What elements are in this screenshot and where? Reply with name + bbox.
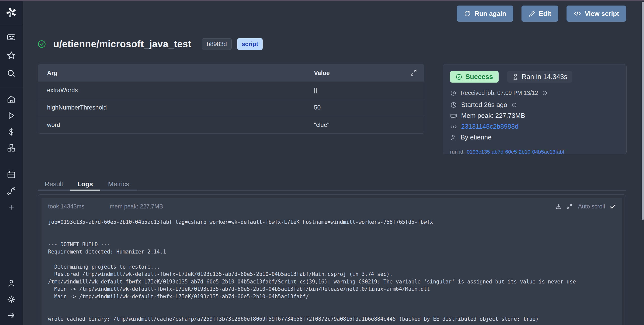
duration-label: Ran in 14.343s [522, 73, 568, 81]
script-hash-link[interactable]: 23131148c2b8983d [461, 123, 518, 130]
arg-name: highNumberThreshold [38, 104, 314, 111]
favorites-icon[interactable] [0, 46, 23, 64]
top-border [0, 0, 644, 1]
resources-icon[interactable] [0, 140, 23, 156]
header: u/etienne/microsoft_java_test b8983d scr… [37, 38, 263, 50]
table-row: highNumberThreshold 50 [38, 99, 424, 116]
check-circle-icon [456, 74, 462, 80]
windmill-logo-icon [6, 7, 17, 18]
log-duration: took 14343ms [48, 203, 110, 210]
table-row: word "clue" [38, 116, 424, 133]
sidebar-secondary-group [0, 167, 23, 215]
run-id-row: run id:0193c135-ab7d-60e5-2b10-04b5ac13f… [450, 149, 619, 155]
log-panel: took 14343ms mem peak: 227.7MB Auto scro… [42, 198, 622, 325]
log-header: took 14343ms mem peak: 227.7MB Auto scro… [48, 203, 616, 210]
arg-name: word [38, 121, 314, 128]
person-icon [450, 134, 457, 141]
workspace-panel-icon[interactable] [0, 28, 23, 46]
received-label: Received job: 07:09 PM 13/12 [461, 90, 538, 96]
code-icon [574, 10, 581, 17]
author-row: By etienne [450, 133, 619, 141]
search-icon[interactable] [0, 64, 23, 83]
col-header-arg: Arg [38, 69, 314, 77]
schedules-icon[interactable] [0, 167, 23, 183]
job-info-panel: Success Ran in 14.343s Received job: 07:… [443, 64, 627, 154]
clock-icon [450, 101, 457, 109]
page-title: u/etienne/microsoft_java_test [53, 39, 191, 50]
started-row: Started 26s ago [450, 101, 619, 109]
add-icon[interactable] [0, 199, 23, 215]
status-label: Success [465, 73, 493, 81]
sidebar-top-group [0, 25, 23, 88]
sidebar [0, 0, 23, 325]
runs-icon[interactable] [0, 107, 23, 124]
result-tabs: Result Logs Metrics [38, 179, 626, 191]
arg-value: [] [314, 87, 424, 94]
hourglass-icon [512, 74, 519, 80]
edit-button[interactable]: Edit [521, 6, 558, 22]
sidebar-main-group [0, 88, 23, 156]
expand-args-icon[interactable] [410, 69, 418, 77]
author-label: By etienne [461, 133, 492, 141]
run-id-link[interactable]: 0193c135-ab7d-60e5-2b10-04b5ac13fabf [467, 149, 564, 155]
info-icon[interactable] [542, 90, 547, 96]
tab-logs[interactable]: Logs [70, 179, 100, 191]
status-badge: Success [450, 71, 499, 83]
auto-scroll-label[interactable]: Auto scroll [578, 203, 605, 210]
script-type-badge: script [237, 38, 263, 50]
sidebar-bottom-group [0, 275, 23, 325]
expand-sidebar-arrow-icon[interactable] [0, 307, 23, 323]
view-script-label: View script [585, 10, 619, 18]
arg-value: 50 [314, 104, 424, 111]
code-icon [450, 123, 457, 130]
run-id-label: run id: [450, 149, 465, 155]
view-script-button[interactable]: View script [567, 6, 626, 22]
log-mem-peak: mem peak: 227.7MB [110, 203, 163, 210]
run-again-button[interactable]: Run again [457, 6, 513, 22]
auto-scroll-checkmark[interactable] [610, 204, 616, 210]
expand-logs-icon[interactable] [566, 203, 573, 210]
success-check-icon [37, 40, 46, 49]
args-table: Arg Value extraWords [] highNumberThresh… [38, 64, 424, 134]
page-scrollbar[interactable] [642, 2, 644, 220]
variables-icon[interactable] [0, 124, 23, 140]
action-toolbar: Run again Edit View script [457, 6, 626, 22]
refresh-icon [464, 10, 471, 17]
commit-hash-badge: b8983d [202, 38, 232, 50]
edit-label: Edit [539, 10, 551, 18]
log-container: took 14343ms mem peak: 227.7MB Auto scro… [38, 194, 626, 325]
duration-chip: Ran in 14.343s [507, 71, 573, 83]
routes-icon[interactable] [0, 183, 23, 199]
arg-name: extraWords [38, 87, 314, 94]
table-row: extraWords [] [38, 81, 424, 99]
received-row: Received job: 07:09 PM 13/12 [450, 90, 619, 96]
memory-icon [450, 112, 457, 119]
clock-icon [450, 90, 457, 96]
mem-peak-label: Mem peak: 227.73MB [461, 112, 525, 120]
run-again-label: Run again [474, 10, 506, 18]
mem-peak-row: Mem peak: 227.73MB [450, 112, 619, 120]
info-icon[interactable] [511, 102, 517, 108]
download-logs-icon[interactable] [555, 203, 562, 210]
script-hash-row: 23131148c2b8983d [450, 123, 619, 130]
home-icon[interactable] [0, 91, 23, 107]
settings-gear-icon[interactable] [0, 291, 23, 307]
arg-value: "clue" [314, 121, 424, 128]
log-text: job=0193c135-ab7d-60e5-2b10-04b5ac13fabf… [48, 219, 616, 323]
user-icon[interactable] [0, 275, 23, 291]
tab-metrics[interactable]: Metrics [100, 179, 137, 191]
windmill-logo[interactable] [0, 0, 23, 25]
pencil-icon [529, 10, 535, 17]
started-label: Started 26s ago [461, 101, 507, 109]
args-table-header: Arg Value [38, 64, 424, 81]
tab-result[interactable]: Result [38, 179, 70, 191]
col-header-value: Value [314, 69, 424, 77]
